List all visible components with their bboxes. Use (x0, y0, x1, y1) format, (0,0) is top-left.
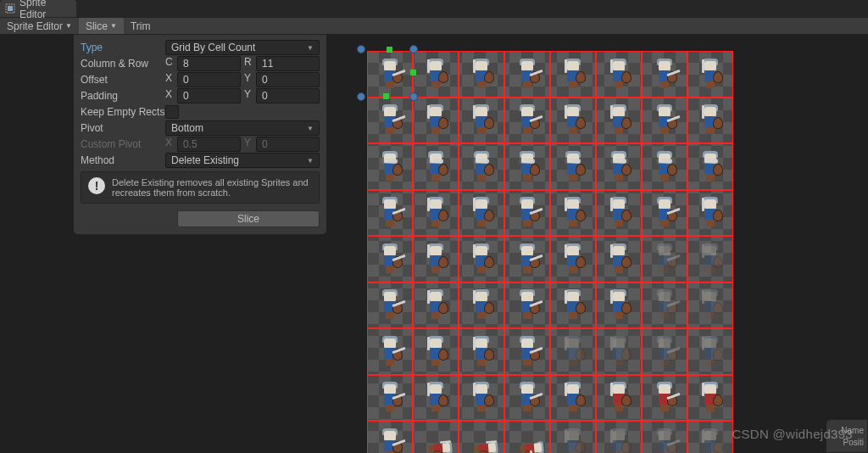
sprite-cell[interactable] (459, 282, 504, 329)
slice-button[interactable]: Slice (177, 210, 320, 227)
sprite-cell[interactable] (550, 236, 596, 282)
resize-handle-tl[interactable] (357, 45, 365, 53)
sprite-cell[interactable] (596, 375, 642, 422)
sprite-cell[interactable] (642, 328, 687, 375)
type-dropdown[interactable]: Grid By Cell Count▼ (165, 40, 320, 55)
sprite-cell[interactable] (504, 98, 550, 144)
resize-handle-bl[interactable] (357, 92, 365, 101)
sprite-cell[interactable] (367, 236, 413, 282)
sprite-cell[interactable] (504, 236, 550, 282)
sprite-cell[interactable] (459, 190, 504, 237)
sprite-cell[interactable] (459, 236, 504, 282)
sprite-cell[interactable] (413, 375, 459, 422)
sprite-cell[interactable] (413, 190, 459, 237)
sprite-cell[interactable] (550, 51, 596, 98)
window-tab[interactable]: Sprite Editor (0, 0, 76, 17)
sprite-cell[interactable] (687, 421, 733, 453)
sprite-cell[interactable] (687, 51, 733, 98)
sprite-cell[interactable] (687, 328, 733, 375)
sprite-cell[interactable] (367, 375, 413, 422)
offset-x-field[interactable]: 0 (177, 72, 241, 87)
sprite-cell[interactable] (504, 51, 550, 98)
sprite-cell[interactable] (367, 328, 413, 375)
sprite-cell[interactable] (687, 190, 733, 237)
sprite-cell[interactable] (504, 328, 550, 375)
sprite-cell[interactable] (550, 421, 596, 453)
menu-trim[interactable]: Trim (124, 18, 158, 34)
sprite-cell[interactable] (550, 190, 596, 237)
info-icon: ! (88, 177, 105, 194)
sprite-cell[interactable] (596, 98, 642, 144)
sprite-cell[interactable] (642, 421, 687, 453)
sprite-cell[interactable] (367, 190, 413, 237)
sprite-cell[interactable] (687, 236, 733, 282)
sprite-cell[interactable] (596, 143, 642, 190)
sprite-cell[interactable] (367, 51, 413, 98)
padding-x-field[interactable]: 0 (177, 88, 241, 103)
pivot-dropdown[interactable]: Bottom▼ (165, 120, 320, 136)
sprite-cell[interactable] (687, 375, 733, 422)
sprite-cell[interactable] (459, 51, 504, 98)
padding-y-field[interactable]: 0 (256, 88, 320, 103)
sprite-cell[interactable] (504, 375, 550, 422)
sprite-cell[interactable] (596, 51, 642, 98)
sprite-cell[interactable] (642, 98, 687, 144)
keep-empty-checkbox[interactable] (165, 105, 179, 119)
sprite-cell[interactable] (687, 282, 733, 329)
sprite-cell[interactable] (687, 143, 733, 190)
sprite-cell[interactable] (596, 236, 642, 282)
sprite-frame (558, 338, 588, 374)
svg-rect-1 (8, 6, 13, 11)
menu-slice[interactable]: Slice▼ (79, 18, 124, 34)
sprite-cell[interactable] (367, 98, 413, 144)
sprite-cell[interactable] (504, 421, 550, 453)
sprite-cell[interactable] (413, 328, 459, 375)
sprite-cell[interactable] (550, 282, 596, 329)
sprite-cell[interactable] (642, 282, 687, 329)
sprite-cell[interactable] (550, 143, 596, 190)
menu-sprite-editor[interactable]: Sprite Editor▼ (0, 18, 79, 34)
sprite-cell[interactable] (413, 143, 459, 190)
sprite-cell[interactable] (459, 328, 504, 375)
sprite-cell[interactable] (413, 236, 459, 282)
sprite-cell[interactable] (459, 143, 504, 190)
sprite-cell[interactable] (367, 143, 413, 190)
sprite-frame (649, 61, 680, 97)
sprite-cell[interactable] (550, 328, 596, 375)
sprite-cell[interactable] (642, 51, 687, 98)
sprite-cell[interactable] (413, 51, 459, 98)
sprite-frame (649, 292, 680, 327)
sprite-cell[interactable] (596, 421, 642, 453)
sprite-cell[interactable] (642, 236, 687, 282)
editor-viewport[interactable]: Type Grid By Cell Count▼ Column & Row C … (0, 34, 868, 453)
sprite-cell[interactable] (459, 421, 504, 453)
sprite-cell[interactable] (367, 421, 413, 453)
method-dropdown[interactable]: Delete Existing▼ (165, 153, 320, 168)
sprite-cell[interactable] (642, 375, 687, 422)
sprite-cell[interactable] (550, 375, 596, 422)
column-field[interactable]: 8 (177, 56, 241, 71)
sprite-frame (512, 246, 542, 282)
sprite-cell[interactable] (367, 282, 413, 329)
sprite-cell[interactable] (642, 190, 687, 237)
sprite-cell[interactable] (459, 98, 504, 144)
sprite-cell[interactable] (642, 143, 687, 190)
sprite-cell[interactable] (596, 282, 642, 329)
sprite-cell[interactable] (550, 98, 596, 144)
sprite-cell[interactable] (459, 375, 504, 422)
sprite-cell[interactable] (687, 98, 733, 144)
sprite-cell[interactable] (413, 282, 459, 329)
sprite-cell[interactable] (596, 328, 642, 375)
sprite-cell[interactable] (413, 421, 459, 453)
sprite-cell[interactable] (504, 143, 550, 190)
sprite-cell[interactable] (504, 190, 550, 237)
row-field[interactable]: 11 (256, 56, 320, 71)
sprite-cell[interactable] (596, 190, 642, 237)
sprite-cell[interactable] (504, 282, 550, 329)
sprite-cell[interactable] (413, 98, 459, 144)
sprite-frame (466, 246, 497, 282)
sprite-frame (649, 107, 680, 143)
offset-y-field[interactable]: 0 (256, 72, 320, 87)
sprite-sheet[interactable] (367, 51, 733, 453)
sprite-frame (466, 199, 497, 235)
